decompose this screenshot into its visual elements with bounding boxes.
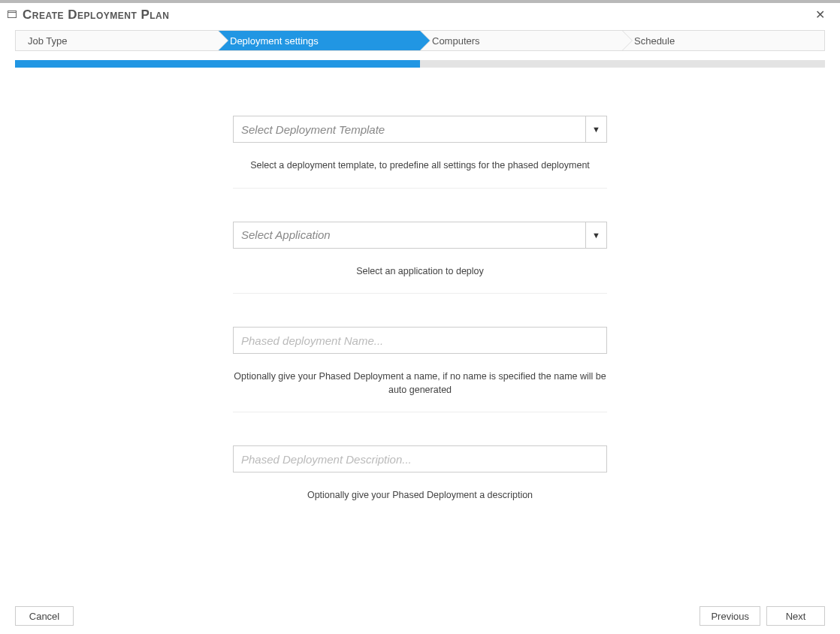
previous-label: Previous bbox=[711, 611, 749, 622]
step-deployment-settings[interactable]: Deployment settings bbox=[218, 31, 420, 50]
step-label: Computers bbox=[432, 35, 480, 47]
deployment-template-placeholder: Select Deployment Template bbox=[233, 116, 586, 143]
deployment-template-dropdown-button[interactable]: ▼ bbox=[586, 116, 607, 143]
step-job-type[interactable]: Job Type bbox=[16, 31, 218, 50]
cancel-button[interactable]: Cancel bbox=[15, 606, 74, 626]
page-title: Create Deployment Plan bbox=[23, 8, 169, 23]
step-schedule[interactable]: Schedule bbox=[622, 31, 824, 50]
form-content: Select Deployment Template ▼ Select a de… bbox=[0, 90, 840, 598]
application-select[interactable]: Select Application ▼ bbox=[233, 222, 607, 249]
wizard-steps: Job Type Deployment settings Computers S… bbox=[15, 30, 825, 51]
cancel-label: Cancel bbox=[29, 611, 59, 622]
field-application: Select Application ▼ Select an applicati… bbox=[233, 222, 607, 294]
window-icon bbox=[8, 11, 17, 18]
chevron-down-icon: ▼ bbox=[592, 231, 600, 240]
deployment-template-select[interactable]: Select Deployment Template ▼ bbox=[233, 116, 607, 143]
next-label: Next bbox=[786, 611, 806, 622]
field-deployment-description: Optionally give your Phased Deployment a… bbox=[233, 445, 607, 518]
close-button[interactable]: ✕ bbox=[811, 8, 829, 23]
step-label: Deployment settings bbox=[230, 35, 319, 47]
next-button[interactable]: Next bbox=[766, 606, 825, 626]
deployment-name-helper: Optionally give your Phased Deployment a… bbox=[233, 370, 607, 397]
footer: Cancel Previous Next bbox=[0, 598, 840, 634]
window-header: Create Deployment Plan ✕ bbox=[0, 3, 840, 30]
close-icon: ✕ bbox=[815, 8, 825, 21]
deployment-template-helper: Select a deployment template, to predefi… bbox=[233, 159, 607, 173]
deployment-description-input[interactable] bbox=[233, 445, 607, 472]
application-dropdown-button[interactable]: ▼ bbox=[586, 222, 607, 249]
chevron-down-icon: ▼ bbox=[592, 125, 600, 134]
deployment-name-input[interactable] bbox=[233, 327, 607, 354]
progress-fill bbox=[15, 60, 420, 68]
step-computers[interactable]: Computers bbox=[420, 31, 622, 50]
step-label: Job Type bbox=[28, 35, 68, 47]
deployment-description-helper: Optionally give your Phased Deployment a… bbox=[233, 489, 607, 503]
step-label: Schedule bbox=[634, 35, 675, 47]
progress-bar bbox=[15, 60, 825, 68]
application-helper: Select an application to deploy bbox=[233, 265, 607, 279]
field-deployment-name: Optionally give your Phased Deployment a… bbox=[233, 327, 607, 412]
application-placeholder: Select Application bbox=[233, 222, 586, 249]
field-deployment-template: Select Deployment Template ▼ Select a de… bbox=[233, 116, 607, 189]
previous-button[interactable]: Previous bbox=[699, 606, 760, 626]
